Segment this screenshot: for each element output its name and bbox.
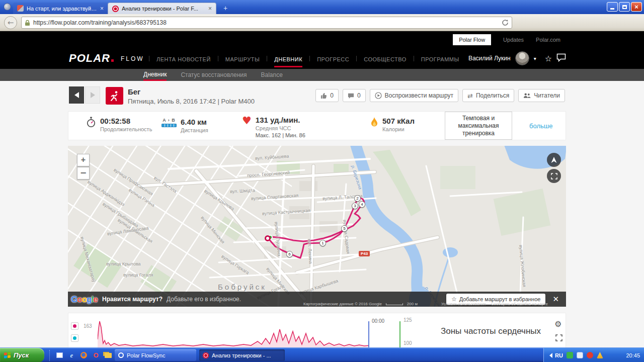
favorites-star-icon[interactable]: ☆ (545, 54, 552, 63)
back-button[interactable]: ← (4, 16, 17, 29)
google-logo-letter: o (77, 295, 82, 304)
show-desktop-icon[interactable] (55, 351, 64, 359)
reload-icon[interactable] (502, 19, 509, 26)
road-badge: Р43 (359, 251, 370, 256)
training-benefit-box: Темповая и максимальная тренировка (445, 112, 512, 140)
notifications-chat-icon[interactable] (556, 53, 566, 64)
zoom-in-button[interactable]: + (77, 154, 90, 166)
url-bar[interactable]: https://flow.polar.com/training/analysis… (21, 17, 512, 29)
route-km-marker[interactable]: 2 (354, 195, 361, 202)
street-label: вулица Крылова (106, 261, 141, 266)
taskbar-item-browser-active[interactable]: Анализ тренировки - ... (199, 349, 285, 361)
route-km-marker[interactable]: 5 (341, 225, 348, 232)
route-map[interactable]: вул. Куйбышевапросп. Георгиевскийвул. Шм… (68, 146, 566, 307)
route-km-marker[interactable]: 1 (319, 240, 326, 246)
folder-icon[interactable] (104, 351, 112, 359)
language-indicator[interactable]: RU (555, 352, 563, 358)
map-terms-link[interactable]: Условия использования (441, 302, 486, 306)
tray-icon-red[interactable] (587, 352, 593, 358)
updates-link[interactable]: Updates (503, 37, 524, 43)
nav-programs[interactable]: ПРОГРАММЫ (421, 50, 459, 67)
distance-ab-icon: A › B (162, 118, 177, 127)
start-button[interactable]: Пуск (0, 348, 44, 362)
zones-axis-bottom-label: 100 (404, 340, 412, 346)
session-datetime-device: Пятница, Июль 8, 2016 17:42 | Polar M400 (128, 98, 255, 105)
hr-series-toggle[interactable] (71, 322, 78, 330)
summary-stats-bar: 00:52:58 Продолжительность A › B 6.40 км… (68, 111, 566, 140)
user-avatar[interactable] (515, 51, 529, 65)
browser-titlebar: На старт, или здравствуйт... × Анализ тр… (0, 0, 644, 14)
lock-icon (25, 20, 30, 26)
map-report-error-link[interactable]: Сообщить об ошибке на карте (491, 302, 548, 306)
system-tray: RU 20:45 (543, 348, 644, 362)
subnav-diary[interactable]: Дневник (143, 69, 167, 81)
cursor-time-label: 00:00 (372, 318, 384, 324)
browser-tab-1[interactable]: На старт, или здравствуйт... × (13, 3, 108, 14)
updates-shield-tray-icon[interactable] (597, 352, 603, 358)
taskbar-clock[interactable]: 20:45 (626, 352, 640, 358)
route-km-marker[interactable]: 3 (352, 203, 358, 209)
window-maximize-button[interactable] (619, 2, 630, 12)
url-text: https://flow.polar.com/training/analysis… (33, 19, 499, 26)
user-menu-caret-icon[interactable]: ▾ (534, 56, 536, 61)
taskbar-item-flowsync[interactable]: Polar FlowSync (115, 349, 196, 361)
google-logo[interactable]: Google (71, 295, 98, 305)
new-tab-button[interactable]: + (219, 4, 231, 13)
firefox-app-icon[interactable] (4, 3, 11, 11)
google-logo-letter: e (93, 295, 97, 304)
share-arrows-icon: ⇄ (467, 92, 473, 100)
nav-community[interactable]: СООБЩЕСТВО (364, 50, 407, 67)
heart-rate-curve[interactable] (98, 319, 369, 348)
thumb-up-icon (320, 93, 327, 99)
route-end-marker[interactable] (265, 235, 271, 241)
route-km-marker[interactable]: 4 (359, 201, 365, 208)
user-name[interactable]: Василий Лукин (468, 55, 511, 62)
nav-progress[interactable]: ПРОГРЕСС (317, 50, 349, 67)
hide-tray-icons-chevron[interactable] (547, 353, 552, 358)
flowsync-tray-icon[interactable] (567, 352, 573, 358)
opera-icon[interactable]: O (92, 351, 100, 359)
firefox-icon[interactable] (79, 351, 88, 359)
chart-settings-gear-icon[interactable]: ⚙ (554, 319, 561, 329)
fullscreen-icon (551, 173, 557, 179)
subnav-balance[interactable]: Balance (261, 69, 283, 81)
overlay-close-icon[interactable]: ✕ (552, 295, 559, 304)
window-minimize-button[interactable] (607, 2, 618, 12)
tab-title: Анализ тренировки - Polar F... (122, 6, 205, 12)
chart-time-cursor[interactable] (368, 321, 369, 348)
like-route-hint: Добавьте его в избранное. (167, 296, 241, 303)
internet-explorer-icon[interactable]: e (67, 351, 76, 359)
zoom-out-button[interactable]: − (77, 167, 90, 179)
share-button[interactable]: ⇄ Поделиться (462, 89, 514, 102)
polar-com-link[interactable]: Polar.com (536, 37, 560, 43)
locate-button[interactable] (547, 153, 561, 167)
location-arrow-icon (550, 156, 557, 163)
route-km-marker[interactable]: 6 (286, 251, 293, 257)
nav-diary-active[interactable]: ДНЕВНИК (274, 50, 302, 67)
pace-series-toggle[interactable] (71, 334, 78, 342)
subnav-recovery-status[interactable]: Статус восстановления (181, 69, 247, 81)
tab-close-icon[interactable]: × (100, 6, 104, 12)
tab-close-icon[interactable]: × (208, 6, 212, 12)
tray-icon-app[interactable] (577, 352, 583, 358)
browser-tab-2-active[interactable]: Анализ тренировки - Polar F... × (108, 3, 216, 14)
play-icon (375, 92, 382, 99)
followers-button[interactable]: Читатели (518, 89, 565, 102)
next-session-button[interactable] (85, 86, 100, 104)
zones-chart-bar (399, 321, 400, 348)
more-link[interactable]: больше (529, 122, 552, 130)
nav-news-feed[interactable]: ЛЕНТА НОВОСТЕЙ (156, 50, 211, 67)
nav-routes[interactable]: МАРШРУТЫ (225, 50, 260, 67)
polar-logo[interactable]: POLAR (69, 52, 114, 65)
map-fullscreen-button[interactable] (547, 169, 561, 183)
previous-session-button[interactable] (69, 86, 84, 104)
comments-button[interactable]: 0 (343, 89, 366, 102)
replay-route-button[interactable]: Воспроизвести маршрут (370, 89, 458, 102)
chart-fullscreen-button[interactable] (555, 334, 562, 343)
zones-axis-top-label: 125 (404, 317, 412, 323)
like-route-question: Нравится маршрут? (102, 296, 163, 303)
like-button[interactable]: 0 (315, 89, 339, 102)
polar-flow-tab[interactable]: Polar Flow (453, 34, 491, 45)
window-close-button[interactable]: × (631, 2, 642, 12)
tab-title: На старт, или здравствуйт... (27, 6, 97, 12)
